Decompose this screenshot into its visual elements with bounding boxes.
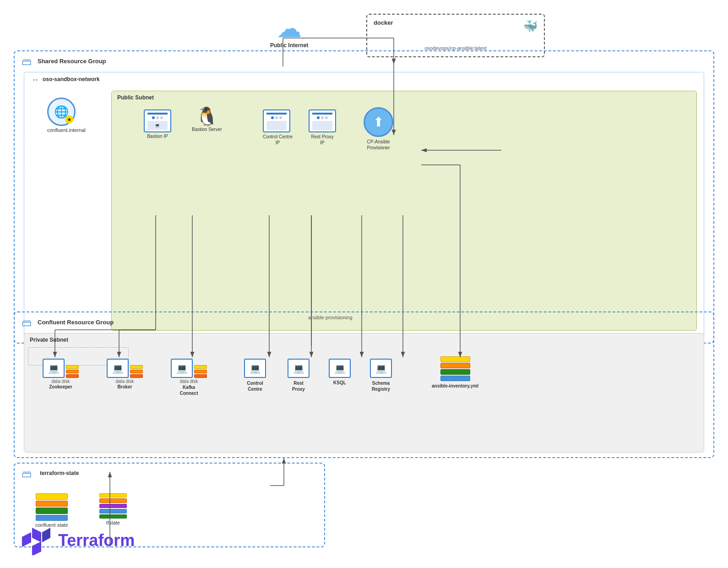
schema-registry-component: 💻 SchemaRegistry (370, 359, 392, 392)
data-disk-label-zk: data disk (43, 379, 79, 384)
confluent-state-component: confluent state (35, 493, 68, 528)
kafka-disk-stack (194, 365, 207, 378)
linux-icon: 🐧 (192, 107, 222, 126)
ansible-provisioning-label: ansible provisioning (308, 315, 353, 320)
bastion-ip-label: Bastion IP (144, 134, 171, 139)
control-centre-ip-label: Control CentreIP (263, 134, 293, 146)
dns-label: confluent.internal (47, 127, 86, 133)
bastion-server-component: 🐧 Bastion Server (192, 107, 222, 132)
private-subnet-label: Private Subnet (30, 337, 68, 343)
ksql-component: 💻 KSQL (329, 359, 351, 385)
confluent-resource-group: 🗃 Confluent Resource Group ansible provi… (14, 311, 714, 458)
private-subnet: Private Subnet 💻 data disk Zookeeper (24, 333, 704, 453)
rest-proxy-vm-icon: 💻 (288, 359, 310, 378)
kafka-connect-component: 💻 data disk KafkaConnect (171, 359, 207, 396)
zookeeper-disk-stack (66, 365, 79, 378)
public-subnet: Public Subnet 💻 Bastion IP (111, 91, 697, 331)
ksql-label: KSQL (329, 380, 351, 385)
confluent-rg-label: Confluent Resource Group (38, 319, 114, 326)
dns-component: 🌐 ★ confluent.internal (47, 98, 86, 133)
bastion-ip-component: 💻 Bastion IP (144, 109, 171, 139)
rest-proxy-ip-icon (309, 109, 336, 132)
tfstate-icon (99, 493, 127, 519)
terraform-label: Terraform (58, 531, 135, 550)
public-subnet-label: Public Subnet (117, 94, 154, 101)
network-icon: ↔ (31, 75, 39, 85)
confluent-rg-icon: 🗃 (22, 317, 32, 329)
confluent-state-icon (36, 493, 68, 521)
dns-icon: 🌐 ★ (47, 98, 76, 126)
diagram-container: { "title": "Architecture Diagram", "publ… (0, 0, 728, 568)
zookeeper-component: 💻 data disk Zookeeper (43, 359, 79, 389)
rest-proxy-ip-component: Rest ProxyIP (309, 109, 336, 146)
svg-marker-26 (22, 532, 31, 547)
svg-marker-27 (32, 541, 41, 555)
data-disk-label-broker: data disk (107, 379, 143, 384)
shared-rg-label: Shared Resource Group (38, 58, 106, 65)
control-centre-ip-icon (263, 109, 290, 132)
schema-registry-label: SchemaRegistry (370, 380, 392, 392)
kafka-connect-icons: 💻 (171, 359, 207, 378)
rest-proxy-private-label: RestProxy (288, 380, 310, 392)
ansible-inventory-icon (440, 356, 470, 382)
zookeeper-icons: 💻 (43, 359, 79, 378)
public-internet: ☁ Public Internet (270, 16, 308, 49)
svg-marker-25 (42, 528, 50, 542)
data-disk-label-kafka: data disk (171, 379, 207, 384)
zookeeper-vm-icon: 💻 (43, 359, 65, 378)
kafka-connect-label: KafkaConnect (171, 384, 207, 396)
rest-proxy-ip-label: Rest ProxyIP (309, 134, 336, 146)
schema-registry-vm-icon: 💻 (370, 359, 392, 378)
cloud-icon: ☁ (270, 16, 308, 41)
control-centre-private-label: ControlCentre (244, 380, 266, 392)
control-centre-vm-icon: 💻 (244, 359, 266, 378)
sandbox-network: ↔ oso-sandbox-network 🌐 ★ confluent.inte… (24, 72, 704, 338)
terraform-logo-icon (21, 525, 53, 555)
terraform-state-label: terraform-state (40, 470, 79, 476)
broker-icons: 💻 (107, 359, 143, 378)
ansible-inventory-label: ansible-inventory.yml (432, 383, 478, 388)
svg-marker-24 (32, 528, 41, 542)
terraform-state-icon: 🗃 (22, 468, 32, 480)
broker-vm-icon: 💻 (107, 359, 129, 378)
broker-disk-stack (130, 365, 143, 378)
docker-icon: 🐳 (523, 19, 538, 33)
broker-component: 💻 data disk Broker (107, 359, 143, 389)
ansible-inventory-component: ansible-inventory.yml (432, 356, 478, 388)
shared-rg-icon: 🗃 (22, 56, 32, 68)
ansible-icon: ⬆ (364, 107, 393, 137)
broker-label: Broker (107, 384, 143, 389)
bastion-server-label: Bastion Server (192, 127, 222, 132)
docker-label: docker (374, 19, 393, 26)
terraform-logo: Terraform (21, 525, 135, 555)
tfstate-component: tfstate (99, 493, 127, 525)
bastion-ip-icon: 💻 (144, 109, 171, 132)
kafka-vm-icon: 💻 (171, 359, 193, 378)
public-internet-label: Public Internet (270, 42, 308, 49)
control-centre-ip-component: Control CentreIP (263, 109, 293, 146)
cp-ansible-provisioner-component: ⬆ CP-AnsibleProvisioner (364, 107, 393, 151)
cp-ansible-label: CP-AnsibleProvisioner (364, 139, 393, 151)
ksql-vm-icon: 💻 (329, 359, 351, 378)
zookeeper-label: Zookeeper (43, 384, 79, 389)
control-centre-private-component: 💻 ControlCentre (244, 359, 266, 392)
shared-resource-group: 🗃 Shared Resource Group ↔ oso-sandbox-ne… (14, 50, 714, 344)
tfstate-label: tfstate (99, 520, 127, 525)
sandbox-network-label: oso-sandbox-network (43, 76, 100, 82)
rest-proxy-private-component: 💻 RestProxy (288, 359, 310, 392)
